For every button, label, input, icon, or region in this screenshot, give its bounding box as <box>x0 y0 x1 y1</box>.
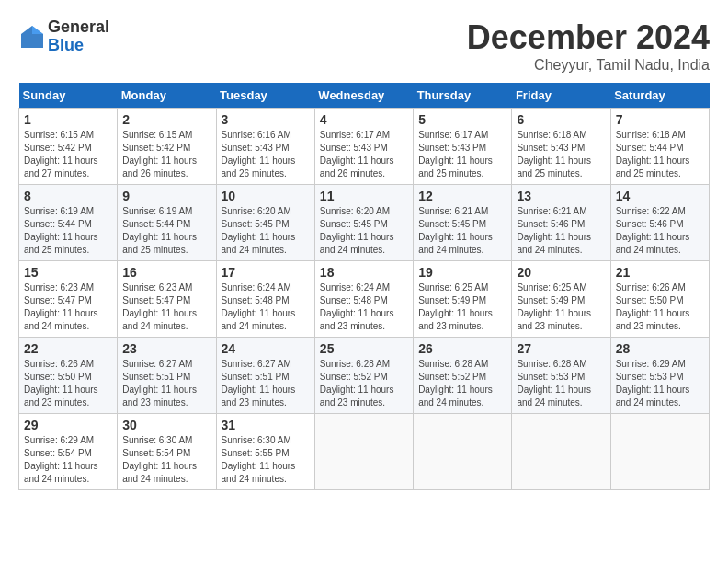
week-row: 1 Sunrise: 6:15 AM Sunset: 5:42 PM Dayli… <box>19 109 710 185</box>
empty-cell <box>610 414 709 490</box>
title-block: December 2024 Cheyyur, Tamil Nadu, India <box>467 18 710 74</box>
logo: General Blue <box>18 18 109 55</box>
table-row: 18 Sunrise: 6:24 AM Sunset: 5:48 PM Dayl… <box>314 261 413 338</box>
page-header: General Blue December 2024 Cheyyur, Tami… <box>18 18 710 74</box>
table-row: 14 Sunrise: 6:22 AM Sunset: 5:46 PM Dayl… <box>610 185 709 261</box>
table-row: 8 Sunrise: 6:19 AM Sunset: 5:44 PM Dayli… <box>19 185 118 261</box>
table-row: 30 Sunrise: 6:30 AM Sunset: 5:54 PM Dayl… <box>118 414 216 490</box>
table-row: 22 Sunrise: 6:26 AM Sunset: 5:50 PM Dayl… <box>19 338 118 414</box>
table-row: 23 Sunrise: 6:27 AM Sunset: 5:51 PM Dayl… <box>118 338 216 414</box>
month-title: December 2024 <box>467 18 710 57</box>
col-sunday: Sunday <box>19 83 118 109</box>
table-row: 29 Sunrise: 6:29 AM Sunset: 5:54 PM Dayl… <box>19 414 118 490</box>
table-row: 26 Sunrise: 6:28 AM Sunset: 5:52 PM Dayl… <box>414 338 512 414</box>
col-thursday: Thursday <box>414 83 512 109</box>
col-friday: Friday <box>512 83 610 109</box>
table-row: 16 Sunrise: 6:23 AM Sunset: 5:47 PM Dayl… <box>118 261 216 338</box>
table-row: 5 Sunrise: 6:17 AM Sunset: 5:43 PM Dayli… <box>414 109 512 185</box>
logo-blue-text: Blue <box>48 37 109 55</box>
table-row: 24 Sunrise: 6:27 AM Sunset: 5:51 PM Dayl… <box>216 338 314 414</box>
table-row: 20 Sunrise: 6:25 AM Sunset: 5:49 PM Dayl… <box>512 261 610 338</box>
table-row: 7 Sunrise: 6:18 AM Sunset: 5:44 PM Dayli… <box>610 109 709 185</box>
empty-cell <box>512 414 610 490</box>
week-row: 22 Sunrise: 6:26 AM Sunset: 5:50 PM Dayl… <box>19 338 710 414</box>
table-row: 6 Sunrise: 6:18 AM Sunset: 5:43 PM Dayli… <box>512 109 610 185</box>
empty-cell <box>414 414 512 490</box>
location: Cheyyur, Tamil Nadu, India <box>467 57 710 74</box>
table-row: 25 Sunrise: 6:28 AM Sunset: 5:52 PM Dayl… <box>314 338 413 414</box>
empty-cell <box>314 414 413 490</box>
week-row: 15 Sunrise: 6:23 AM Sunset: 5:47 PM Dayl… <box>19 261 710 338</box>
week-row: 8 Sunrise: 6:19 AM Sunset: 5:44 PM Dayli… <box>19 185 710 261</box>
table-row: 21 Sunrise: 6:26 AM Sunset: 5:50 PM Dayl… <box>610 261 709 338</box>
table-row: 19 Sunrise: 6:25 AM Sunset: 5:49 PM Dayl… <box>414 261 512 338</box>
svg-marker-1 <box>32 26 43 34</box>
table-row: 17 Sunrise: 6:24 AM Sunset: 5:48 PM Dayl… <box>216 261 314 338</box>
header-row: Sunday Monday Tuesday Wednesday Thursday… <box>19 83 710 109</box>
logo-general-text: General <box>48 18 109 37</box>
col-monday: Monday <box>118 83 216 109</box>
col-wednesday: Wednesday <box>314 83 413 109</box>
col-saturday: Saturday <box>610 83 709 109</box>
table-row: 3 Sunrise: 6:16 AM Sunset: 5:43 PM Dayli… <box>216 109 314 185</box>
table-row: 13 Sunrise: 6:21 AM Sunset: 5:46 PM Dayl… <box>512 185 610 261</box>
table-row: 11 Sunrise: 6:20 AM Sunset: 5:45 PM Dayl… <box>314 185 413 261</box>
table-row: 15 Sunrise: 6:23 AM Sunset: 5:47 PM Dayl… <box>19 261 118 338</box>
col-tuesday: Tuesday <box>216 83 314 109</box>
table-row: 1 Sunrise: 6:15 AM Sunset: 5:42 PM Dayli… <box>19 109 118 185</box>
table-row: 9 Sunrise: 6:19 AM Sunset: 5:44 PM Dayli… <box>118 185 216 261</box>
table-row: 28 Sunrise: 6:29 AM Sunset: 5:53 PM Dayl… <box>610 338 709 414</box>
week-row: 29 Sunrise: 6:29 AM Sunset: 5:54 PM Dayl… <box>19 414 710 490</box>
calendar-table: Sunday Monday Tuesday Wednesday Thursday… <box>18 83 710 490</box>
table-row: 27 Sunrise: 6:28 AM Sunset: 5:53 PM Dayl… <box>512 338 610 414</box>
table-row: 4 Sunrise: 6:17 AM Sunset: 5:43 PM Dayli… <box>314 109 413 185</box>
logo-icon <box>18 23 46 51</box>
table-row: 12 Sunrise: 6:21 AM Sunset: 5:45 PM Dayl… <box>414 185 512 261</box>
table-row: 10 Sunrise: 6:20 AM Sunset: 5:45 PM Dayl… <box>216 185 314 261</box>
table-row: 2 Sunrise: 6:15 AM Sunset: 5:42 PM Dayli… <box>118 109 216 185</box>
table-row: 31 Sunrise: 6:30 AM Sunset: 5:55 PM Dayl… <box>216 414 314 490</box>
